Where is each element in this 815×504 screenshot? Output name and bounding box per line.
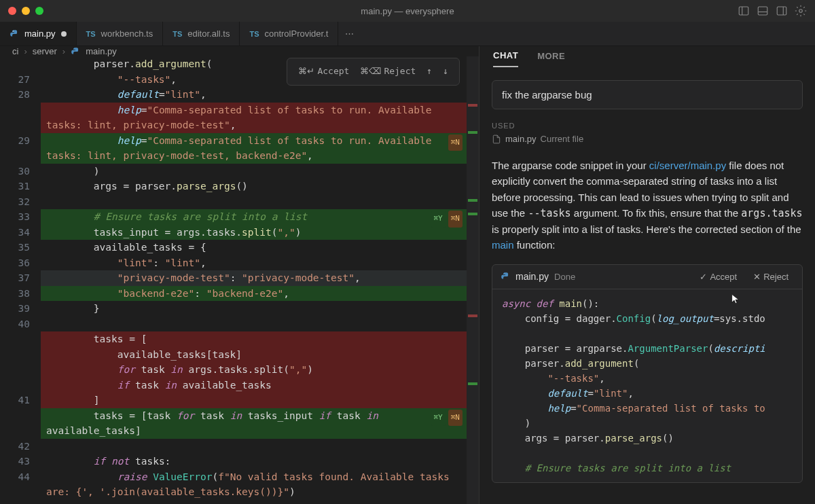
svg-point-6 xyxy=(799,10,803,13)
suggestion-block: main.py Done ✓ Accept ✕ Reject async def… xyxy=(492,264,803,483)
python-icon xyxy=(10,29,19,39)
keybind: ⌘⌫ xyxy=(360,64,381,79)
editor-pane: ci › server › main.py 2728 29 303132 333… xyxy=(0,46,479,504)
code-line[interactable]: args = parser.parse_args() xyxy=(41,179,479,194)
code-line[interactable]: available_tasks = { xyxy=(41,240,479,255)
code-line-deleted[interactable]: ] xyxy=(41,393,479,408)
symbol-link[interactable]: main xyxy=(492,239,514,251)
reject-button[interactable]: ✕ Reject xyxy=(748,270,794,283)
breadcrumb-segment[interactable]: server xyxy=(33,46,57,56)
minimize-window-button[interactable] xyxy=(22,7,30,15)
tab-more[interactable]: MORE xyxy=(537,51,565,67)
tab-label: main.py xyxy=(24,29,56,39)
line-gutter: 2728 29 303132 333435 363738 3940 41 424… xyxy=(0,56,41,504)
tab-chat[interactable]: CHAT xyxy=(493,50,518,67)
panel-left-icon[interactable] xyxy=(738,5,750,17)
ts-icon: TS xyxy=(86,30,96,38)
svg-rect-2 xyxy=(758,7,767,15)
svg-point-7 xyxy=(13,31,14,31)
titlebar: main.py — everysphere xyxy=(0,0,815,22)
tab-label: controlProvider.t xyxy=(264,29,328,39)
code-line[interactable]: } xyxy=(41,301,479,317)
svg-rect-4 xyxy=(777,7,786,15)
tab-label: editor.all.ts xyxy=(187,29,230,39)
diff-badge[interactable]: ⌘Y⌘N xyxy=(431,410,463,427)
reject-button[interactable]: ⌘⌫ Reject xyxy=(355,61,421,82)
breadcrumb[interactable]: ci › server › main.py xyxy=(0,46,479,56)
suggestion-header: main.py Done ✓ Accept ✕ Reject xyxy=(492,265,802,289)
chat-pane: CHAT MORE fix the argparse bug USED main… xyxy=(479,46,815,504)
panel-bottom-icon[interactable] xyxy=(757,5,769,17)
window-controls xyxy=(8,7,43,15)
code-line-deleted[interactable]: if task in available_tasks xyxy=(41,378,479,393)
code-line[interactable] xyxy=(41,439,479,454)
code-line-added[interactable]: "backend-e2e": "backend-e2e", xyxy=(41,286,479,302)
file-icon xyxy=(492,134,501,144)
code-line[interactable]: "privacy-mode-test": "privacy-mode-test"… xyxy=(41,270,479,286)
mouse-cursor-icon xyxy=(730,293,741,304)
code-line-added[interactable]: tasks_input = args.tasks.split(",") xyxy=(41,225,479,240)
code-lines[interactable]: ⌘↵ Accept ⌘⌫ Reject ↑ ↓ parser.add_argum… xyxy=(41,56,479,504)
prev-button[interactable]: ↑ xyxy=(421,61,437,82)
tab-workbench-ts[interactable]: TS workbench.ts xyxy=(77,22,164,46)
code-editor[interactable]: 2728 29 303132 333435 363738 3940 41 424… xyxy=(0,56,479,504)
used-label: USED xyxy=(492,122,803,130)
gear-icon[interactable] xyxy=(795,5,807,17)
tab-main-py[interactable]: main.py xyxy=(0,22,77,46)
tab-label: workbench.ts xyxy=(101,29,153,39)
code-line-added[interactable]: # Ensure tasks are split into a list ⌘Y⌘… xyxy=(41,209,479,225)
accept-button[interactable]: ✓ Accept xyxy=(694,270,742,283)
tab-overflow-button[interactable]: ⋯ xyxy=(338,22,361,46)
code-line-deleted[interactable]: available_tasks[task] xyxy=(41,347,479,363)
editor-tabs: main.py TS workbench.ts TS editor.all.ts… xyxy=(0,22,815,46)
breadcrumb-segment[interactable]: main.py xyxy=(86,46,117,56)
chat-message: The argparse code snippet in your ci/ser… xyxy=(492,158,803,253)
code-line-added[interactable]: tasks = [task for task in tasks_input if… xyxy=(41,408,479,439)
keybind: ⌘↵ xyxy=(298,64,314,79)
title-layout-icons xyxy=(738,5,807,17)
panel-right-icon[interactable] xyxy=(776,5,788,17)
suggestion-code[interactable]: async def main(): config = dagger.Config… xyxy=(492,289,802,482)
code-line[interactable]: default="lint", xyxy=(41,87,479,103)
breadcrumb-segment[interactable]: ci xyxy=(12,46,18,56)
window-title: main.py — everysphere xyxy=(361,6,454,16)
chevron-right-icon: › xyxy=(62,46,65,56)
chevron-right-icon: › xyxy=(24,46,26,56)
code-line[interactable]: if not tasks: xyxy=(41,454,479,469)
next-button[interactable]: ↓ xyxy=(437,61,454,82)
diff-badge[interactable]: ⌘N xyxy=(448,134,463,151)
tab-editor-all-ts[interactable]: TS editor.all.ts xyxy=(163,22,240,46)
file-link[interactable]: ci/server/main.py xyxy=(649,160,726,171)
code-line[interactable]: raise ValueError(f"No valid tasks found.… xyxy=(41,469,479,500)
code-line[interactable] xyxy=(41,317,479,332)
svg-rect-0 xyxy=(739,7,748,15)
code-line-deleted[interactable]: for task in args.tasks.split(",") xyxy=(41,362,479,378)
python-icon xyxy=(501,272,510,281)
used-file-chip[interactable]: main.py Current file xyxy=(492,134,803,144)
ts-icon: TS xyxy=(249,30,259,38)
code-line-deleted[interactable]: help="Comma-separated list of tasks to r… xyxy=(41,103,479,133)
used-file-desc: Current file xyxy=(541,134,584,144)
ts-icon: TS xyxy=(173,30,182,38)
code-line[interactable]: ) xyxy=(41,164,479,179)
code-line-added[interactable]: help="Comma-separated list of tasks to r… xyxy=(41,133,479,164)
chat-input[interactable]: fix the argparse bug xyxy=(492,80,803,109)
python-icon xyxy=(71,47,80,56)
tab-controlprovider-ts[interactable]: TS controlProvider.t xyxy=(240,22,338,46)
used-file-name: main.py xyxy=(505,134,537,144)
code-line-deleted[interactable]: tasks = [ xyxy=(41,331,479,347)
suggestion-status: Done xyxy=(554,272,575,282)
suggestion-filename: main.py xyxy=(515,271,549,282)
dirty-indicator xyxy=(61,31,67,37)
maximize-window-button[interactable] xyxy=(35,7,43,15)
chat-tabs: CHAT MORE xyxy=(479,46,815,71)
diff-badge[interactable]: ⌘Y⌘N xyxy=(431,211,463,228)
inline-suggestion-actions: ⌘↵ Accept ⌘⌫ Reject ↑ ↓ xyxy=(287,58,460,86)
close-window-button[interactable] xyxy=(8,7,16,15)
code-line[interactable]: "lint": "lint", xyxy=(41,255,479,271)
minimap[interactable] xyxy=(467,56,479,504)
code-line[interactable] xyxy=(41,194,479,210)
accept-button[interactable]: ⌘↵ Accept xyxy=(293,61,355,82)
